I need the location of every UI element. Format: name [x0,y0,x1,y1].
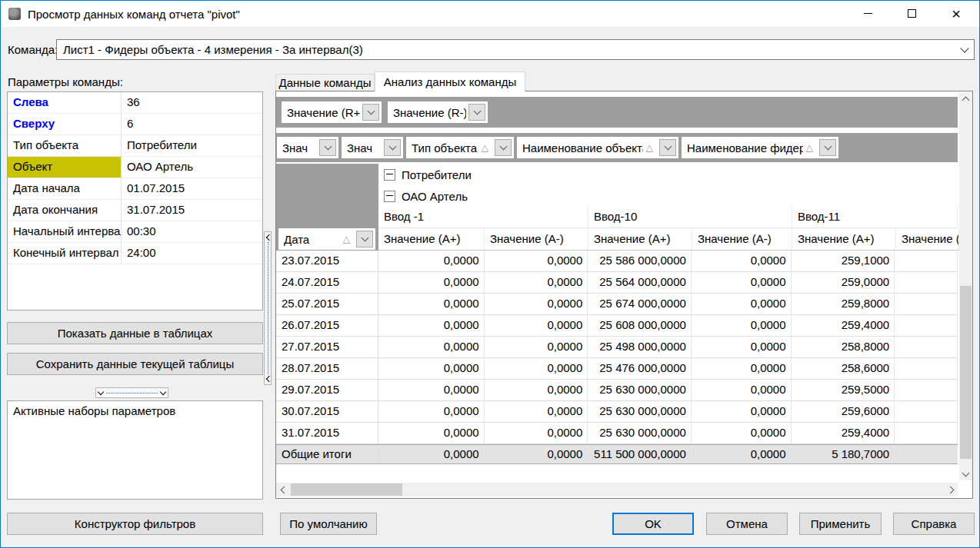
data-filter-field[interactable]: Значение (R-) [388,101,488,123]
value-cell[interactable]: 0,0000 [378,423,485,443]
date-cell[interactable]: 30.07.2015 [276,401,378,422]
value-cell[interactable] [895,423,958,443]
value-cell[interactable]: 0,0000 [692,445,792,463]
value-cell[interactable]: 0,0000 [485,401,588,422]
param-row[interactable]: Сверху6 [8,114,262,135]
horizontal-scrollbar[interactable] [276,483,958,497]
vertical-scrollbar[interactable] [959,92,972,480]
param-row[interactable]: Тип объектаПотребители [8,135,262,157]
value-cell[interactable] [895,272,958,293]
date-cell[interactable]: 23.07.2015 [276,251,378,271]
value-cell[interactable] [895,358,958,379]
value-cell[interactable]: 0,0000 [692,358,792,379]
value-cell[interactable]: 0,0000 [485,272,588,293]
value-cell[interactable]: 25 498 000,0000 [588,337,692,357]
vertical-scrollbar-thumb[interactable] [960,286,972,459]
value-cell[interactable]: 0,0000 [485,423,588,443]
value-cell[interactable]: 0,0000 [378,251,485,271]
cancel-button[interactable]: Отмена [706,513,788,535]
value-cell[interactable] [895,337,958,357]
value-cell[interactable]: 0,0000 [485,251,588,271]
tab-command-data-analysis[interactable]: Анализ данных команды [375,71,525,91]
value-cell[interactable]: 259,5000 [792,380,895,400]
column-field-dropdown-button[interactable] [659,139,676,156]
value-cell[interactable]: 25 630 000,0000 [588,423,692,443]
param-row[interactable]: Дата начала01.07.2015 [8,178,262,200]
value-cell[interactable]: 0,0000 [378,315,485,336]
save-data-button[interactable]: Сохранить данные текущей таблицы [7,353,263,375]
filter-constructor-button[interactable]: Конструктор фильтров [7,513,263,535]
value-cell[interactable]: 0,0000 [378,294,485,314]
value-cell[interactable]: 25 476 000,0000 [588,358,692,379]
column-field[interactable]: Наименование объекта△ [517,137,678,158]
value-cell[interactable]: 259,0000 [792,272,895,293]
value-cell[interactable]: 0,0000 [485,337,588,357]
data-filter-field-dropdown-button[interactable] [362,104,379,121]
column-field-dropdown-button[interactable] [319,139,336,156]
value-cell[interactable]: 0,0000 [692,251,792,271]
command-combobox[interactable]: Лист1 - Фидеры объекта - 4 измерения - З… [56,39,975,60]
date-cell[interactable]: 26.07.2015 [276,315,378,336]
value-cell[interactable]: 25 586 000,0000 [588,251,692,271]
value-cell[interactable]: 0,0000 [378,401,485,422]
params-collapse-toggle[interactable] [95,387,168,398]
scroll-left-button[interactable] [276,483,289,497]
param-row[interactable]: Начальный интервал00:30 [8,221,262,243]
date-cell[interactable]: 25.07.2015 [276,294,378,314]
column-field[interactable]: Наименование фидера△ [682,137,838,158]
value-cell[interactable] [895,445,958,463]
value-cell[interactable]: 0,0000 [692,294,792,314]
column-field[interactable]: Тип объекта△ [406,137,514,158]
value-cell[interactable]: 511 500 000,0000 [588,445,692,463]
value-cell[interactable]: 25 630 000,0000 [588,380,692,400]
value-cell[interactable]: 25 630 000,0000 [588,401,692,422]
collapse-minus-icon[interactable] [384,191,395,202]
value-cell[interactable]: 259,4000 [792,315,895,336]
date-cell[interactable]: 31.07.2015 [276,423,378,443]
apply-button[interactable]: Применить [799,513,882,535]
value-cell[interactable]: 0,0000 [692,401,792,422]
value-cell[interactable] [895,251,958,271]
value-cell[interactable]: 0,0000 [378,380,485,400]
help-button[interactable]: Справка [893,513,975,535]
value-cell[interactable]: 0,0000 [378,337,485,357]
value-cell[interactable]: 259,4000 [792,423,895,443]
tab-command-data[interactable]: Данные команды [275,74,375,91]
param-row[interactable]: Конечный интервал24:00 [8,243,262,264]
value-cell[interactable]: 0,0000 [692,380,792,400]
column-field-dropdown-button[interactable] [819,139,836,156]
value-cell[interactable]: 258,8000 [792,337,895,357]
param-row[interactable]: Слева36 [8,92,262,114]
value-cell[interactable]: 0,0000 [485,294,588,314]
maximize-button[interactable] [894,1,929,26]
date-cell[interactable]: 27.07.2015 [276,337,378,357]
value-cell[interactable]: 25 608 000,0000 [588,315,692,336]
value-cell[interactable]: 0,0000 [485,380,588,400]
scroll-up-button[interactable] [959,92,972,105]
ok-button[interactable]: OK [612,513,694,535]
param-row[interactable]: ОбъектОАО Артель [8,157,262,178]
value-cell[interactable]: 0,0000 [692,337,792,357]
value-cell[interactable]: 0,0000 [485,358,588,379]
row-field-date-dropdown-button[interactable] [356,231,373,247]
date-cell[interactable]: 24.07.2015 [276,272,378,293]
horizontal-scrollbar-thumb[interactable] [291,483,402,496]
value-cell[interactable]: 0,0000 [485,445,588,463]
value-cell[interactable]: 0,0000 [692,423,792,443]
value-cell[interactable]: 259,1000 [792,251,895,271]
column-field-dropdown-button[interactable] [495,139,512,156]
date-cell[interactable]: Общие итоги [276,445,378,463]
value-cell[interactable] [895,401,958,422]
value-cell[interactable]: 259,6000 [792,401,895,422]
value-cell[interactable]: 0,0000 [378,358,485,379]
value-cell[interactable]: 0,0000 [378,445,485,463]
value-cell[interactable] [895,294,958,314]
active-parameter-sets-panel[interactable]: Активные наборы параметров [7,400,263,500]
minimize-button[interactable] [850,1,885,26]
collapse-minus-icon[interactable] [384,169,395,181]
params-table[interactable]: Слева36Сверху6Тип объектаПотребителиОбъе… [7,91,263,311]
value-cell[interactable] [895,315,958,336]
column-field[interactable]: Знач [277,137,338,158]
column-field[interactable]: Знач [342,137,403,158]
row-field-date[interactable]: Дата △ [278,228,375,250]
